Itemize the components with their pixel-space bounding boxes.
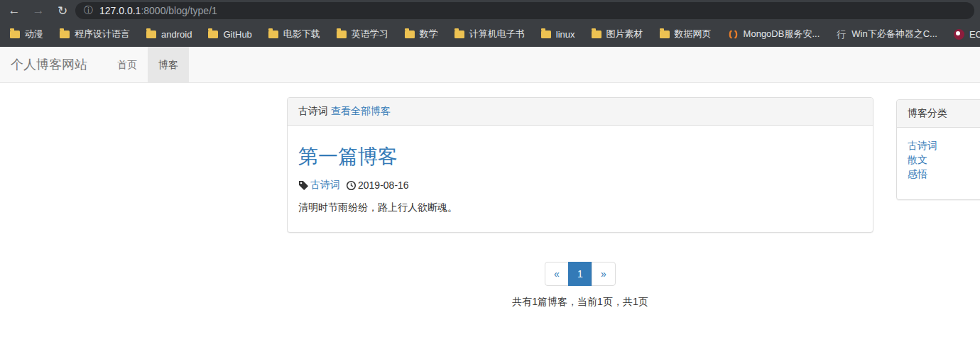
bookmark-label: linux (556, 29, 575, 40)
sidebar-column: 博客分类 古诗词散文感悟 (896, 99, 980, 200)
blog-list-panel-heading: 古诗词 查看全部博客 (288, 98, 873, 126)
categories-panel: 博客分类 古诗词散文感悟 (896, 99, 980, 200)
reload-icon: ↻ (58, 4, 67, 18)
bookmark-label: 动漫 (25, 28, 43, 40)
bookmark-label: 图片素材 (606, 28, 643, 40)
bookmark-label: 电影下载 (283, 28, 320, 40)
bookmark-item[interactable]: ECharts (951, 26, 980, 43)
bookmark-folder-icon (337, 31, 347, 38)
bookmark-label: ECharts (969, 29, 980, 40)
bookmark-label: 数学 (420, 28, 438, 40)
reload-button[interactable]: ↻ (53, 1, 72, 20)
categories-title: 博客分类 (908, 107, 947, 118)
browser-chrome: ← → ↻ ⓘ 127.0.0.1:8000/blog/type/1 动漫程序设… (0, 0, 980, 47)
bookmark-folder-icon (592, 31, 601, 38)
bookmark-item[interactable]: 电影下载 (266, 26, 323, 43)
url-path: :8000/blog/type/1 (141, 5, 217, 16)
bookmark-item[interactable]: 行Win下必备神器之C... (833, 26, 940, 43)
forward-button[interactable]: → (28, 1, 48, 20)
bookmark-item[interactable]: 数据网页 (657, 26, 714, 43)
pagination-next[interactable]: » (592, 262, 616, 286)
url-host: 127.0.0.1 (99, 5, 141, 16)
page-info-icon[interactable]: ⓘ (84, 4, 93, 17)
win-tools-favicon-icon: 行 (836, 29, 846, 40)
category-link-感悟[interactable]: 感悟 (908, 167, 980, 181)
bookmark-label: 计算机电子书 (469, 28, 525, 40)
bookmark-item[interactable]: 程序设计语言 (57, 26, 133, 43)
tag-icon (298, 180, 309, 191)
site-navbar: 个人博客网站 首页博客 (0, 47, 980, 83)
pagination-prev[interactable]: « (545, 262, 569, 286)
current-type-label: 古诗词 (298, 105, 328, 116)
bookmark-item[interactable]: 数学 (402, 26, 441, 43)
bookmark-item[interactable]: 计算机电子书 (452, 26, 528, 43)
echarts-favicon-icon (954, 29, 964, 40)
bookmark-folder-icon (60, 31, 70, 38)
post-title-link[interactable]: 第一篇博客 (298, 143, 862, 170)
bookmark-item[interactable]: linux (538, 26, 578, 43)
bookmark-label: GitHub (223, 29, 251, 40)
bookmark-folder-icon (208, 31, 218, 38)
bookmark-item[interactable]: MongoDB服务安... (725, 26, 823, 43)
clock-icon (346, 180, 356, 191)
bookmark-folder-icon (405, 31, 415, 38)
pagination: «1» (545, 262, 616, 286)
bookmark-label: 程序设计语言 (75, 28, 130, 40)
post-tag-link[interactable]: 古诗词 (310, 179, 340, 192)
back-icon: ← (9, 4, 21, 18)
blog-list-column: 古诗词 查看全部博客 第一篇博客 古诗词 2019-08-16 (287, 97, 873, 309)
nav-item-首页[interactable]: 首页 (107, 47, 148, 82)
url-text[interactable]: 127.0.0.1:8000/blog/type/1 (99, 5, 217, 16)
blog-count-summary: 共有1篇博客，当前1页，共1页 (287, 296, 873, 309)
site-brand[interactable]: 个人博客网站 (0, 47, 98, 82)
bookmark-item[interactable]: 动漫 (7, 26, 46, 43)
bookmark-label: 数据网页 (675, 28, 712, 40)
pagination-wrap: «1» (287, 262, 873, 286)
blog-list-panel-body: 第一篇博客 古诗词 2019-08-16 清明时节雨纷纷，路上行人欲断魂。 (288, 126, 873, 232)
forward-icon: → (33, 4, 45, 18)
bookmark-item[interactable]: 图片素材 (589, 26, 646, 43)
pagination-item: » (592, 262, 616, 286)
bookmark-folder-icon (541, 31, 551, 38)
bookmark-label: MongoDB服务安... (744, 28, 820, 40)
back-button[interactable]: ← (4, 1, 24, 20)
bookmark-folder-icon (454, 31, 464, 38)
category-link-散文[interactable]: 散文 (908, 153, 980, 167)
pagination-page-1[interactable]: 1 (568, 262, 592, 286)
mongodb-favicon-icon (728, 29, 739, 40)
view-all-blogs-link[interactable]: 查看全部博客 (331, 105, 391, 116)
bookmark-label: Win下必备神器之C... (851, 28, 937, 40)
categories-panel-heading: 博客分类 (897, 100, 980, 128)
post-meta: 古诗词 2019-08-16 (298, 179, 862, 192)
categories-list: 古诗词散文感悟 (897, 128, 980, 199)
nav-links: 首页博客 (107, 47, 189, 82)
bookmark-label: android (161, 29, 192, 40)
bookmark-folder-icon (10, 31, 20, 38)
post-excerpt: 清明时节雨纷纷，路上行人欲断魂。 (298, 201, 862, 214)
bookmark-label: 英语学习 (352, 28, 388, 40)
bookmark-folder-icon (268, 31, 278, 38)
address-bar[interactable]: ⓘ 127.0.0.1:8000/blog/type/1 (75, 2, 974, 19)
blog-list-panel: 古诗词 查看全部博客 第一篇博客 古诗词 2019-08-16 (287, 97, 873, 233)
pagination-item: 1 (569, 262, 592, 286)
bookmark-folder-icon (146, 31, 156, 38)
bookmark-item[interactable]: GitHub (205, 26, 254, 43)
bookmarks-bar: 动漫程序设计语言androidGitHub电影下载英语学习数学计算机电子书lin… (0, 21, 980, 47)
post-date: 2019-08-16 (358, 179, 409, 191)
bookmark-folder-icon (660, 31, 670, 38)
category-link-古诗词[interactable]: 古诗词 (908, 138, 980, 153)
bookmark-item[interactable]: android (143, 26, 195, 43)
nav-item-博客[interactable]: 博客 (148, 47, 189, 82)
browser-toolbar: ← → ↻ ⓘ 127.0.0.1:8000/blog/type/1 (0, 0, 980, 21)
bookmark-item[interactable]: 英语学习 (334, 26, 391, 43)
page-content: 古诗词 查看全部博客 第一篇博客 古诗词 2019-08-16 (0, 83, 980, 337)
pagination-item: « (545, 262, 569, 286)
